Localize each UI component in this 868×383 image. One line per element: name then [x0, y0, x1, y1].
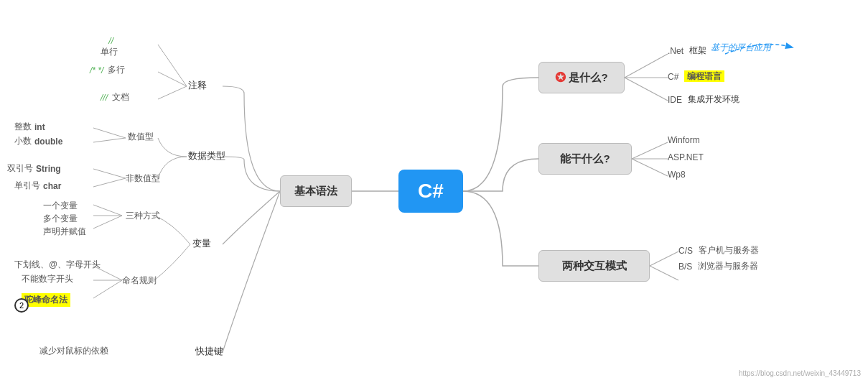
- comment-single: // 单行: [101, 36, 118, 58]
- node-naming: 命名规则: [122, 274, 157, 287]
- node-mode-label: 两种交互模式: [562, 259, 627, 273]
- circle-num-2: 2: [14, 298, 29, 313]
- what-child-net: .Net 框架: [668, 45, 706, 57]
- comment-doc: /// 文档: [101, 91, 129, 103]
- numeric-double: 小数 double: [14, 135, 62, 147]
- svg-line-17: [93, 216, 122, 229]
- nonnumeric-char: 单引号 char: [14, 180, 61, 192]
- net-label: .Net: [668, 46, 683, 56]
- cs-desc: 编程语言: [684, 70, 724, 83]
- svg-line-20: [93, 280, 122, 298]
- watermark: https://blog.csdn.net/weixin_43449713: [739, 369, 861, 377]
- way-single: 一个变量: [43, 200, 78, 212]
- camel-highlight: 驼峰命名法: [22, 293, 70, 307]
- node-comment: 注释: [188, 79, 207, 92]
- cs-desc-highlight: 编程语言: [684, 70, 724, 82]
- node-shortcut: 快捷键: [195, 345, 223, 358]
- node-basic-syntax: 基本语法: [280, 175, 352, 207]
- svg-line-0: [625, 54, 668, 78]
- star-icon: ✪: [555, 70, 566, 86]
- svg-line-11: [93, 128, 126, 138]
- node-nonnumeric: 非数值型: [126, 172, 160, 185]
- node-three-ways: 三种方式: [126, 210, 160, 222]
- cando-winform: Winform: [668, 135, 700, 145]
- cs-label: C#: [668, 72, 678, 82]
- naming-underscore: 下划线、@、字母开头: [14, 259, 101, 271]
- svg-line-6: [650, 252, 678, 266]
- svg-line-13: [93, 169, 126, 178]
- ide-desc: 集成开发环境: [688, 93, 739, 106]
- basic-syntax-label: 基本语法: [294, 185, 337, 198]
- what-child-ide: IDE 集成开发环境: [668, 93, 739, 106]
- node-what-label: 是什么?: [569, 71, 607, 85]
- comment-multi: /* */ 多行: [90, 64, 125, 76]
- cando-aspnet: ASP.NET: [668, 152, 704, 162]
- dashed-note: 基于的平台应用: [711, 42, 771, 54]
- center-node: C#: [398, 170, 463, 213]
- svg-line-8: [158, 45, 187, 86]
- node-numeric: 数值型: [128, 131, 154, 143]
- node-cando-label: 能干什么?: [560, 152, 610, 166]
- net-desc: 框架: [689, 45, 706, 57]
- way-multi: 多个变量: [43, 213, 78, 225]
- svg-line-5: [632, 159, 668, 176]
- cando-wp8: Wp8: [668, 170, 686, 180]
- node-variable: 变量: [192, 237, 211, 250]
- svg-line-10: [158, 86, 187, 99]
- shortcut-desc: 减少对鼠标的依赖: [39, 345, 108, 357]
- svg-line-15: [93, 205, 122, 216]
- naming-camel: 驼峰命名法: [22, 293, 70, 307]
- naming-no-digit: 不能数字开头: [22, 273, 73, 285]
- mode-cs: C/S 客户机与服务器: [678, 244, 759, 257]
- svg-line-3: [632, 142, 668, 159]
- what-child-csharp: C# 编程语言: [668, 70, 724, 83]
- way-declare: 声明并赋值: [43, 226, 86, 238]
- numeric-int: 整数 int: [14, 121, 45, 133]
- node-what: ✪ 是什么?: [538, 62, 625, 93]
- mode-bs: B/S 浏览器与服务器: [678, 260, 758, 272]
- node-mode: 两种交互模式: [538, 250, 650, 282]
- svg-line-7: [650, 266, 678, 280]
- comment-multi-desc: 多行: [108, 64, 125, 76]
- ide-label: IDE: [668, 95, 682, 105]
- node-datatype: 数据类型: [188, 149, 225, 162]
- comment-multi-text: /* */: [90, 65, 103, 75]
- svg-line-14: [93, 178, 126, 187]
- comment-doc-text: ///: [101, 93, 108, 103]
- nonnumeric-string: 双引号 String: [7, 162, 61, 175]
- center-label: C#: [418, 180, 444, 203]
- node-cando: 能干什么?: [538, 143, 632, 175]
- svg-line-12: [93, 138, 126, 142]
- comment-single-desc: 单行: [101, 46, 118, 58]
- svg-line-9: [158, 72, 187, 86]
- comment-single-text: //: [108, 36, 113, 46]
- comment-doc-desc: 文档: [112, 91, 129, 103]
- svg-line-2: [625, 78, 668, 101]
